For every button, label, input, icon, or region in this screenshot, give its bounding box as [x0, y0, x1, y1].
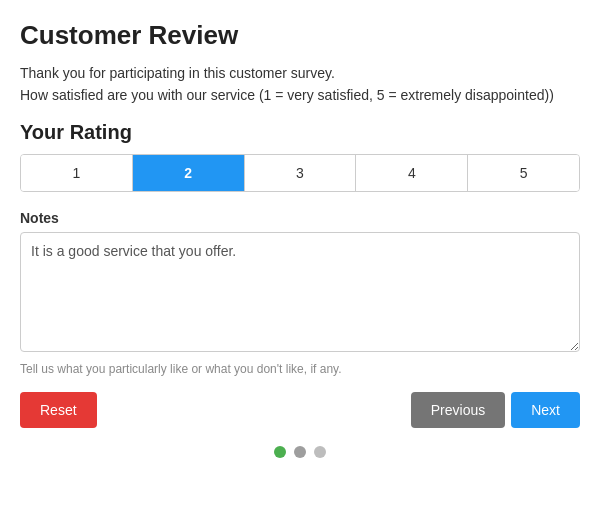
rating-option-3[interactable]: 3	[245, 155, 357, 191]
progress-dot-2	[314, 446, 326, 458]
rating-option-5[interactable]: 5	[468, 155, 579, 191]
rating-selector: 12345	[20, 154, 580, 192]
rating-option-1[interactable]: 1	[21, 155, 133, 191]
notes-hint: Tell us what you particularly like or wh…	[20, 362, 580, 376]
reset-button[interactable]: Reset	[20, 392, 97, 428]
rating-option-4[interactable]: 4	[356, 155, 468, 191]
rating-option-2[interactable]: 2	[133, 155, 245, 191]
button-row: Reset Previous Next	[20, 392, 580, 428]
notes-textarea[interactable]	[20, 232, 580, 352]
page-title: Customer Review	[20, 20, 580, 51]
intro-text-1: Thank you for participating in this cust…	[20, 65, 580, 81]
progress-dot-0	[274, 446, 286, 458]
previous-button[interactable]: Previous	[411, 392, 505, 428]
nav-buttons: Previous Next	[411, 392, 580, 428]
intro-text-2: How satisfied are you with our service (…	[20, 87, 580, 103]
notes-label: Notes	[20, 210, 580, 226]
progress-dot-1	[294, 446, 306, 458]
rating-section-title: Your Rating	[20, 121, 580, 144]
next-button[interactable]: Next	[511, 392, 580, 428]
progress-dots	[20, 446, 580, 458]
